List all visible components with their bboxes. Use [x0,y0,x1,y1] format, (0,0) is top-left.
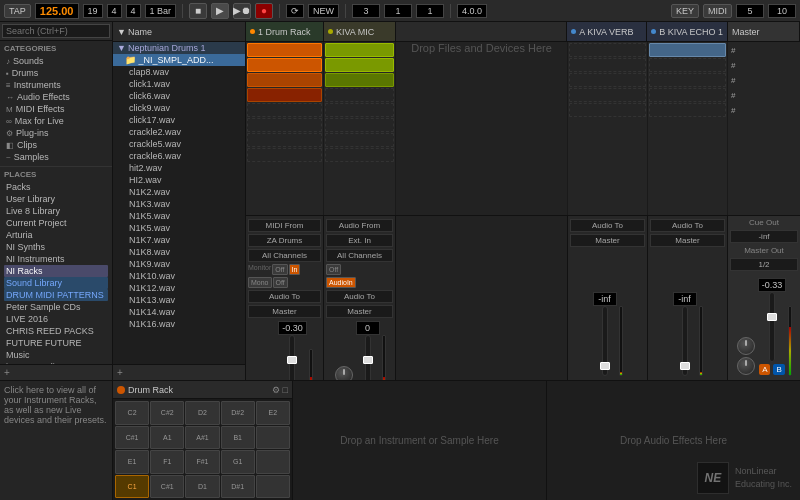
clip-drum-1[interactable] [247,43,322,57]
master-a-button[interactable]: A [759,364,770,375]
empty-drum-7[interactable] [247,133,322,147]
file-n1k5b[interactable]: N1K5.wav [113,222,245,234]
drum-rack-options[interactable]: ⚙ [272,385,280,395]
category-max-for-live[interactable]: ∞ Max for Live [4,115,108,127]
play-button[interactable]: ▶ [211,3,229,19]
master-box[interactable]: Master [248,305,321,318]
kiva-master-box[interactable]: Master [326,305,393,318]
file-clap8[interactable]: clap8.wav [113,66,245,78]
clip-drum-3[interactable] [247,73,322,87]
stop-button[interactable]: ■ [189,3,207,19]
file-n1k2[interactable]: N1K2.wav [113,186,245,198]
empty-kiva-6[interactable] [325,118,394,132]
file-crackle5[interactable]: crackle5.wav [113,138,245,150]
clip-kiva-1[interactable] [325,43,394,57]
audio-to-box[interactable]: Audio To [248,290,321,303]
kiva-fader[interactable] [365,335,371,380]
audio-off-toggle[interactable]: Off [273,277,288,288]
file-n1k8[interactable]: N1K8.wav [113,246,245,258]
pad-d2[interactable]: D2 [185,401,219,425]
key-button[interactable]: KEY [671,4,699,18]
place-current-project[interactable]: Current Project [4,217,108,229]
category-audio-effects[interactable]: ↔ Audio Effects [4,91,108,103]
category-samples[interactable]: ~ Samples [4,151,108,163]
empty-drum-8[interactable] [247,148,322,162]
search-input[interactable] [2,24,110,38]
file-n1k7[interactable]: N1K7.wav [113,234,245,246]
record-button[interactable]: ● [255,3,273,19]
file-crackle2[interactable]: crackle2.wav [113,126,245,138]
place-ni-instruments[interactable]: NI Instruments [4,253,108,265]
place-ni-synths[interactable]: NI Synths [4,241,108,253]
file-item-ni-smpl[interactable]: 📁 _NI_SMPL_ADD... [113,54,245,66]
pad-as1[interactable]: A#1 [185,426,219,450]
file-n1k9[interactable]: N1K9.wav [113,258,245,270]
clip-echo-1[interactable] [649,43,726,57]
cue-out-val[interactable]: -inf [730,230,798,243]
echo-fader[interactable] [682,306,688,376]
pad-cs2[interactable]: C#2 [150,401,184,425]
master-b-button[interactable]: B [773,364,784,375]
pad-f1[interactable]: F1 [150,450,184,474]
empty-drum-5[interactable] [247,103,322,117]
category-plugins[interactable]: ⚙ Plug-ins [4,127,108,139]
place-music[interactable]: Music [4,349,108,361]
pad-a1[interactable]: A1 [150,426,184,450]
file-click17[interactable]: click17.wav [113,114,245,126]
file-hit2[interactable]: hit2.wav [113,162,245,174]
pad-c1[interactable]: C1 [115,475,149,499]
file-n1k13[interactable]: N1K13.wav [113,294,245,306]
file-click1[interactable]: click1.wav [113,78,245,90]
master-knob-a[interactable] [737,337,755,355]
empty-verb-3[interactable] [569,73,646,87]
empty-kiva-5[interactable] [325,103,394,117]
category-clips[interactable]: ◧ Clips [4,139,108,151]
pad-fs1[interactable]: F#1 [185,450,219,474]
empty-kiva-8[interactable] [325,148,394,162]
empty-echo-2[interactable] [649,58,726,72]
verb-fader[interactable] [602,306,608,376]
monitor-in[interactable]: In [289,264,301,275]
drum-rack-expand[interactable]: □ [283,385,288,395]
place-live2016[interactable]: LIVE 2016 [4,313,108,325]
verb-audio-to-box[interactable]: Audio To [570,219,645,232]
empty-verb-2[interactable] [569,58,646,72]
empty-verb-4[interactable] [569,88,646,102]
kiva-audio-to-box[interactable]: Audio To [326,290,393,303]
audio-from-box[interactable]: Audio From [326,219,393,232]
file-click6[interactable]: click6.wav [113,90,245,102]
pad-b1[interactable]: B1 [221,426,255,450]
echo-master-box[interactable]: Master [650,234,725,247]
clip-drum-4[interactable] [247,88,322,102]
pad-ds2[interactable]: D#2 [221,401,255,425]
all-channels-box[interactable]: All Channels [248,249,321,262]
place-live8[interactable]: Live 8 Library [4,205,108,217]
master-knob-b[interactable] [737,357,755,375]
bpm-display[interactable]: 125.00 [35,3,79,19]
file-folder-neptunian[interactable]: ▼ Neptunian Drums 1 [113,42,245,54]
new-indicator[interactable]: NEW [308,4,339,18]
empty-verb-5[interactable] [569,103,646,117]
ext-in-box[interactable]: Ext. In [326,234,393,247]
empty-verb-1[interactable] [569,43,646,57]
empty-drum-6[interactable] [247,118,322,132]
instrument-info-panel[interactable]: Click here to view all of your Instrumen… [0,381,113,500]
pad-cs1b[interactable]: C#1 [150,475,184,499]
mono-toggle[interactable]: Mono [248,277,272,288]
midi-from-val[interactable]: ZA Drums [248,234,321,247]
verb-master-box[interactable]: Master [570,234,645,247]
pad-ds1[interactable]: D#1 [221,475,255,499]
midi-button[interactable]: MIDI [703,4,732,18]
place-drum-midi[interactable]: DRUM MIDI PATTERNS [4,289,108,301]
place-user-library[interactable]: User Library [4,193,108,205]
master-out-val[interactable]: 1/2 [730,258,798,271]
monitor-off[interactable]: Off [272,264,287,275]
file-n1k5a[interactable]: N1K5.wav [113,210,245,222]
play-record-button[interactable]: ▶⏺ [233,3,251,19]
file-n1k14[interactable]: N1K14.wav [113,306,245,318]
loop-setting[interactable]: 1 Bar [145,4,177,18]
category-drums[interactable]: ▪ Drums [4,67,108,79]
place-chris[interactable]: CHRIS REED PACKS [4,325,108,337]
drum-fader[interactable] [289,335,295,380]
file-browser-add[interactable]: + [117,367,123,378]
